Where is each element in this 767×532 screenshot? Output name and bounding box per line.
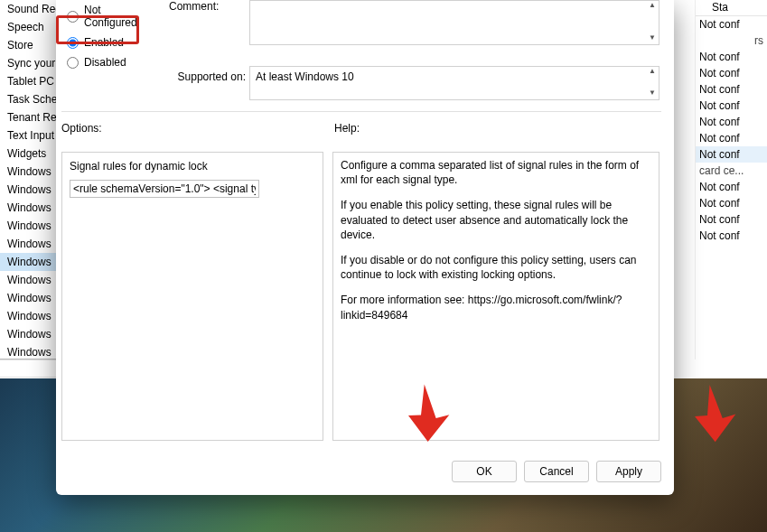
help-text: Configure a comma separated list of sign… [341, 158, 651, 187]
tree-item[interactable]: Tenant Res [0, 108, 56, 126]
state-cell[interactable]: Not conf [696, 228, 767, 244]
tree-footer [0, 359, 56, 378]
tree-item[interactable]: Windows [0, 235, 56, 253]
state-cell[interactable]: Not conf [696, 195, 767, 211]
help-text: For more information see: https://go.mic… [341, 293, 651, 322]
tree-item[interactable]: Tablet PC [0, 72, 56, 90]
state-cell[interactable]: Not conf [696, 98, 767, 114]
policy-dialog: Not Configured Enabled Disabled Comment:… [56, 0, 674, 495]
radio-label: Enabled [84, 36, 124, 49]
apply-button[interactable]: Apply [596, 461, 661, 482]
tree-item[interactable]: Windows [0, 199, 56, 217]
settings-state-column: Sta Not conf rs Not conf Not conf Not co… [695, 0, 767, 359]
cancel-button[interactable]: Cancel [524, 461, 589, 482]
tree-item-selected[interactable]: Windows [0, 253, 56, 271]
tree-item[interactable]: Text Input [0, 126, 56, 145]
tree-item[interactable]: Windows [0, 307, 56, 325]
radio-disabled[interactable] [67, 57, 79, 69]
radio-not-configured[interactable] [67, 11, 79, 23]
options-panel: Signal rules for dynamic lock [61, 152, 323, 441]
help-section-label: Help: [334, 122, 360, 135]
dialog-button-row: OK Cancel Apply [56, 461, 674, 482]
state-cell[interactable]: Not conf [696, 65, 767, 81]
supported-spinner[interactable]: ▲ ▼ [646, 67, 659, 99]
spin-down-icon[interactable]: ▼ [646, 89, 659, 99]
state-cell[interactable]: Not conf [696, 81, 767, 98]
help-panel: Configure a comma separated list of sign… [332, 152, 659, 441]
policy-state-radio-group: Not Configured Enabled Disabled [61, 0, 161, 72]
tree-item[interactable]: Store [0, 36, 56, 54]
state-cell[interactable]: Not conf [696, 114, 767, 130]
supported-on-label: Supported on: [169, 70, 246, 83]
policy-tree[interactable]: Sound Rec Speech Store Sync your Tablet … [0, 0, 56, 359]
comment-textarea[interactable]: ▲ ▼ [249, 0, 659, 45]
supported-on-value: At least Windows 10 [256, 70, 354, 83]
spin-down-icon[interactable]: ▼ [646, 33, 659, 44]
tree-item[interactable]: Windows [0, 163, 56, 181]
tree-item[interactable]: Windows [0, 271, 56, 289]
radio-label: Disabled [84, 56, 126, 69]
comment-spinner[interactable]: ▲ ▼ [646, 1, 659, 44]
tree-item[interactable]: Windows [0, 325, 56, 343]
state-cell[interactable]: Not conf [696, 130, 767, 146]
comment-label: Comment: [169, 0, 219, 13]
state-cell[interactable]: card ce... [696, 163, 767, 179]
help-text: If you enable this policy setting, these… [341, 198, 651, 242]
section-divider [61, 111, 661, 112]
radio-disabled-row[interactable]: Disabled [61, 52, 161, 72]
state-cell[interactable]: Not conf [696, 179, 767, 195]
radio-label: Not Configured [84, 4, 155, 29]
tree-item[interactable]: Windows [0, 181, 56, 199]
options-section-label: Options: [61, 122, 102, 135]
tree-item[interactable]: Sync your [0, 54, 56, 72]
tree-item[interactable]: Widgets [0, 145, 56, 163]
supported-on-box: At least Windows 10 ▲ ▼ [249, 66, 659, 100]
tree-item[interactable]: Sound Rec [0, 0, 56, 18]
radio-not-configured-row[interactable]: Not Configured [61, 0, 161, 33]
option-field-label: Signal rules for dynamic lock [70, 160, 315, 173]
tree-item[interactable]: Task Sched [0, 90, 56, 108]
spin-up-icon[interactable]: ▲ [646, 1, 659, 12]
state-cell[interactable]: Not conf [696, 146, 767, 163]
radio-enabled[interactable] [67, 37, 79, 49]
signal-rules-input[interactable] [70, 180, 259, 198]
tree-item[interactable]: Windows [0, 343, 56, 359]
state-cell[interactable]: Not conf [696, 49, 767, 65]
tree-item[interactable]: Speech [0, 18, 56, 36]
radio-enabled-row[interactable]: Enabled [61, 33, 161, 52]
ok-button[interactable]: OK [452, 461, 517, 482]
state-cell[interactable]: rs [696, 33, 767, 49]
tree-item[interactable]: Windows [0, 289, 56, 307]
state-column-header[interactable]: Sta [696, 0, 767, 16]
spin-up-icon[interactable]: ▲ [646, 67, 659, 78]
state-cell[interactable]: Not conf [696, 16, 767, 33]
tree-item[interactable]: Windows [0, 217, 56, 235]
state-cell[interactable]: Not conf [696, 211, 767, 228]
help-text: If you disable or do not configure this … [341, 253, 651, 282]
